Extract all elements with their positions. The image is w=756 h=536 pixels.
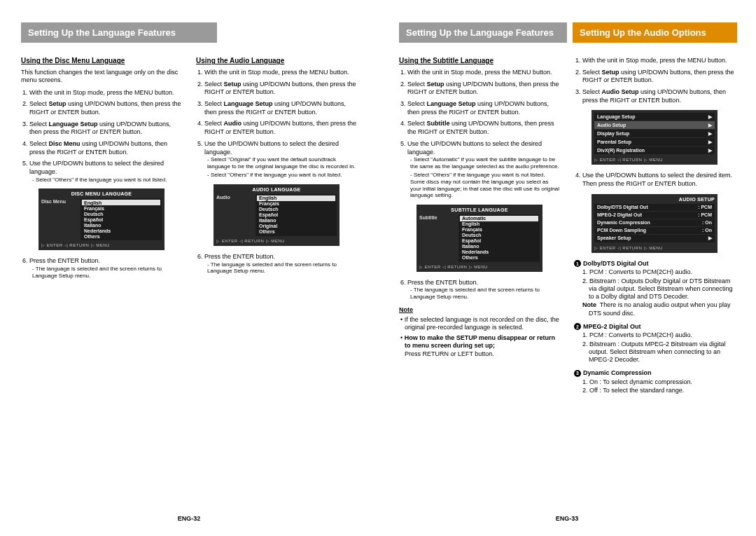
right-header-row: Setting Up the Language Features Setting…	[399, 22, 735, 43]
step: Use the UP/DOWN buttons to select the de…	[582, 172, 735, 188]
circled-number-icon: 2	[574, 323, 581, 330]
note-heading: Note	[399, 306, 560, 313]
substep: Select "Others" if the language you want…	[207, 172, 357, 179]
substep: Select "Others" if the language you want…	[32, 177, 182, 184]
step: Use the UP/DOWN buttons to select the de…	[204, 140, 357, 179]
osd-disc-menu: DISC MENU LANGUAGE Disc Menu English Fra…	[38, 188, 164, 250]
option-dolby-dts: 1Dolby/DTS Digital Out 1. PCM : Converts…	[574, 260, 735, 317]
step: Use the UP/DOWN buttons to select the de…	[407, 140, 560, 199]
section-title-left: Setting Up the Language Features	[21, 22, 217, 43]
step: Press the ENTER button. The language is …	[204, 253, 357, 275]
step: With the unit in Stop mode, press the ME…	[582, 57, 735, 65]
substep: Select "Original" if you want the defaul…	[207, 156, 357, 170]
step: Select Setup using UP/DOWN buttons, then…	[582, 69, 735, 85]
option-mpeg2: 2MPEG-2 Digital Out 1. PCM : Converts to…	[574, 323, 735, 364]
step: With the unit in Stop mode, press the ME…	[29, 89, 182, 97]
step: Use the UP/DOWN buttons to select the de…	[29, 160, 182, 183]
heading: Using the Audio Language	[196, 57, 357, 64]
substep: Select "Automatic" if you want the subti…	[410, 156, 560, 170]
option-dynamic-compression: 3Dynamic Compression 1. On : To select d…	[574, 369, 735, 394]
step: Select Language Setup using UP/DOWN butt…	[29, 121, 182, 137]
step: Select Setup using UP/DOWN buttons, then…	[29, 100, 182, 116]
step: Select Audio Setup using UP/DOWN buttons…	[582, 88, 735, 104]
step: With the unit in Stop mode, press the ME…	[407, 69, 560, 77]
step: With the unit in Stop mode, press the ME…	[204, 69, 357, 77]
left-header-row: Setting Up the Language Features	[21, 22, 357, 43]
substep: The language is selected and the screen …	[207, 261, 357, 275]
page-number-right: ENG-33	[399, 515, 735, 522]
substep: The language is selected and the screen …	[410, 287, 560, 300]
substep: The language is selected and the screen …	[32, 266, 182, 279]
step: Select Subtitle using UP/DOWN buttons, t…	[407, 120, 560, 136]
section-title-right-b: Setting Up the Audio Options	[573, 22, 737, 43]
right-page: Setting Up the Language Features Setting…	[378, 0, 756, 536]
step: Press the ENTER button. The language is …	[29, 257, 182, 279]
step: Select Setup using UP/DOWN buttons, then…	[407, 81, 560, 97]
osd-audio-language: AUDIO LANGUAGE Audio English Français De…	[214, 184, 340, 246]
circled-number-icon: 1	[574, 260, 581, 267]
osd-setup-menu: Language Setup▶ Audio Setup▶ Display Set…	[592, 110, 718, 165]
heading: Using the Disc Menu Language	[21, 57, 182, 64]
section-title-right-a: Setting Up the Language Features	[399, 22, 567, 43]
step: Select Language Setup using UP/DOWN butt…	[407, 100, 560, 116]
page-number-left: ENG-32	[21, 515, 357, 522]
subtitle-language-col: Using the Subtitle Language With the uni…	[399, 57, 560, 400]
step: Press the ENTER button. The language is …	[407, 279, 560, 301]
step: Select Disc Menu using UP/DOWN buttons, …	[29, 140, 182, 156]
step: Select Setup using UP/DOWN buttons, then…	[204, 81, 357, 97]
note-item: How to make the SETUP menu disappear or …	[405, 334, 560, 358]
substep: Select "Others" if the language you want…	[410, 172, 560, 198]
audio-options-col: With the unit in Stop mode, press the ME…	[574, 57, 735, 400]
left-page: Setting Up the Language Features Using t…	[0, 0, 378, 536]
disc-menu-language-col: Using the Disc Menu Language This functi…	[21, 57, 182, 283]
intro: This function changes the text language …	[21, 69, 182, 85]
step: Select Audio using UP/DOWN buttons, then…	[204, 120, 357, 136]
manual-spread: Setting Up the Language Features Using t…	[0, 0, 756, 536]
osd-audio-setup: AUDIO SETUP Dolby/DTS Digital Out: PCM M…	[592, 194, 718, 253]
step: Select Language Setup using UP/DOWN butt…	[204, 100, 357, 116]
osd-subtitle-language: SUBTITLE LANGUAGE Subtitle Automatic Eng…	[416, 205, 542, 272]
note-item: If the selected language is not recorded…	[405, 316, 560, 332]
circled-number-icon: 3	[574, 370, 581, 377]
heading: Using the Subtitle Language	[399, 57, 560, 64]
audio-language-col: Using the Audio Language With the unit i…	[196, 57, 357, 283]
